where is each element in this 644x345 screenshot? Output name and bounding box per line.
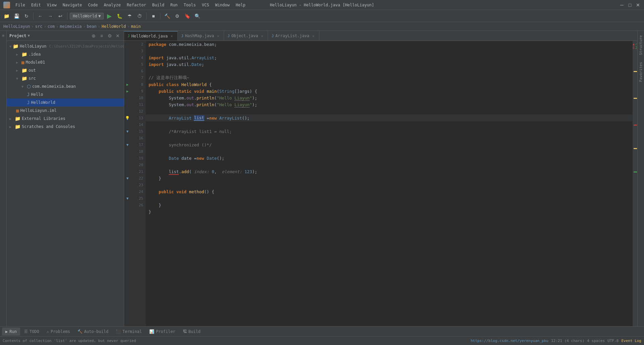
tree-item-src[interactable]: ▼ 📁 src — [7, 74, 124, 82]
breadcrumb-src[interactable]: src — [35, 24, 43, 29]
menu-help[interactable]: Help — [233, 2, 248, 8]
status-message: Contents of collection 'list' are update… — [3, 339, 136, 343]
menu-build[interactable]: Build — [150, 2, 167, 8]
bottom-tab-profiler[interactable]: 📊 Profiler — [146, 328, 179, 336]
menu-refactor[interactable]: Refactor — [124, 2, 149, 8]
breadcrumb-main[interactable]: main — [131, 24, 141, 29]
menu-window[interactable]: Window — [212, 2, 232, 8]
maximize-button[interactable]: □ — [627, 2, 633, 8]
bottom-tab-todo[interactable]: ☰ TODO — [21, 328, 43, 336]
tree-module01-label: Module01 — [25, 60, 45, 65]
menu-tools[interactable]: Tools — [181, 2, 199, 8]
tree-item-out[interactable]: ▶ 📁 out — [7, 66, 124, 74]
tree-item-scratches[interactable]: ▶ 📁 Scratches and Consoles — [7, 123, 124, 131]
fold-gutter-16[interactable]: ▼ — [124, 141, 131, 148]
breadcrumb-helloworld[interactable]: HelloWorld — [102, 24, 126, 29]
close-button[interactable]: ✕ — [635, 2, 641, 8]
project-locate-btn[interactable]: ⊕ — [90, 32, 97, 39]
tree-item-hello[interactable]: J Hello — [7, 90, 124, 98]
revert-button[interactable]: ↩ — [56, 12, 65, 20]
run-config-selector[interactable]: HelloWorld ▼ — [70, 13, 104, 19]
tab-object-close[interactable]: ✕ — [260, 33, 264, 38]
bottom-tab-run[interactable]: ▶ Run — [2, 328, 20, 336]
bottom-tab-build[interactable]: 🏗 Build — [179, 328, 204, 336]
tree-item-external-libs[interactable]: ▶ 📁 External Libraries — [7, 115, 124, 123]
run-button[interactable]: ▶ — [105, 12, 114, 20]
inspection-header[interactable]: ▲ 6 ✓ 2 — [633, 41, 637, 51]
run-gutter-class[interactable]: ▶ — [124, 81, 131, 88]
project-tool-icon[interactable]: ▣ — [1, 32, 6, 38]
tab-java-icon-4: J — [271, 34, 274, 38]
profile-button[interactable]: ⏱ — [135, 12, 144, 20]
mark-warn-2 — [634, 98, 637, 99]
tree-item-module01[interactable]: ▶ ▦ Module01 — [7, 58, 124, 66]
warn-gutter-list: 💡 — [124, 115, 131, 121]
structure-tool[interactable]: Structure — [638, 32, 644, 58]
refresh-button[interactable]: ↻ — [22, 12, 31, 20]
tree-item-iml[interactable]: ▦ HelloLiayun.iml — [7, 107, 124, 115]
tree-out-label: out — [29, 68, 36, 73]
project-collapse-btn[interactable]: ≡ — [98, 32, 105, 39]
toolbar-sep-3 — [146, 13, 147, 19]
bottom-tab-problems[interactable]: ⚠ Problems — [43, 328, 73, 336]
menu-analyze[interactable]: Analyze — [101, 2, 123, 8]
menu-code[interactable]: Code — [86, 2, 101, 8]
forward-button[interactable]: → — [46, 12, 55, 20]
tab-hashmap-close[interactable]: ✕ — [216, 33, 220, 38]
bottom-tab-terminal[interactable]: ⬛ Terminal — [112, 328, 145, 336]
project-dropdown-arrow[interactable]: ▼ — [28, 33, 30, 38]
settings-button[interactable]: ⚙ — [173, 12, 181, 20]
breadcrumb-project[interactable]: HelloLiayun — [3, 24, 30, 29]
menu-edit[interactable]: Edit — [29, 2, 44, 8]
bottom-tab-autobuild[interactable]: 🔨 Auto-build — [74, 328, 112, 336]
main-area: ▣ Project ▼ ⊕ ≡ ⚙ ✕ ▼ 📁 HelloLiayun C:\U… — [0, 31, 644, 326]
breadcrumb-bean[interactable]: bean — [87, 24, 97, 29]
run-tab-icon: ▶ — [5, 329, 8, 334]
tab-arraylist[interactable]: J ArrayList.java ✕ — [268, 31, 319, 41]
build-button[interactable]: 🔨 — [163, 12, 171, 20]
editor-area[interactable]: ▶ ▶ 💡 ▼ ▼ ▼ ▼ — [124, 41, 637, 326]
code-line-15: /*ArrayList list1 = null; — [146, 128, 633, 135]
tab-arraylist-close[interactable]: ✕ — [311, 33, 316, 38]
fold-gutter-21[interactable]: ▼ — [124, 175, 131, 182]
project-settings-btn[interactable]: ⚙ — [106, 32, 113, 39]
menu-view[interactable]: View — [44, 2, 59, 8]
run-gutter-main[interactable]: ▶ — [124, 88, 131, 94]
debug-button[interactable]: 🐛 — [115, 12, 124, 20]
back-button[interactable]: ← — [36, 12, 45, 20]
project-close-btn[interactable]: ✕ — [114, 32, 121, 39]
code-line-8: public class HelloWorld { — [146, 81, 633, 88]
code-editor[interactable]: package com.meimeixia.bean; import java.… — [146, 41, 633, 326]
save-button[interactable]: 💾 — [12, 12, 21, 20]
code-line-14 — [146, 121, 633, 128]
project-title: Project ▼ — [9, 33, 30, 38]
breadcrumb-com[interactable]: com — [48, 24, 55, 29]
event-log-btn[interactable]: Event Log — [621, 339, 641, 343]
tree-item-root[interactable]: ▼ 📁 HelloLiayun C:\Users\32120\IdeaProje… — [7, 42, 124, 50]
minimize-button[interactable]: ─ — [619, 2, 625, 8]
menu-vcs[interactable]: VCS — [199, 2, 212, 8]
run-config-label: HelloWorld — [73, 14, 97, 18]
tab-helloworld[interactable]: J HelloWorld.java ✕ — [124, 31, 178, 41]
search-button[interactable]: 🔍 — [193, 12, 202, 20]
menu-navigate[interactable]: Navigate — [60, 2, 85, 8]
menu-run[interactable]: Run — [168, 2, 180, 8]
coverage-button[interactable]: ☂ — [125, 12, 134, 20]
menu-file[interactable]: File — [13, 2, 28, 8]
tree-item-idea[interactable]: ▶ 📁 .idea — [7, 50, 124, 58]
tree-item-helloworld[interactable]: J HelloWorld — [7, 98, 124, 107]
tab-object[interactable]: J Object.java ✕ — [224, 31, 268, 41]
code-line-23 — [146, 182, 633, 188]
fold-gutter-23[interactable]: ▼ — [124, 195, 131, 202]
tab-hashmap[interactable]: J HashMap.java ✕ — [178, 31, 224, 41]
status-link[interactable]: https://blog.csdn.net/yerenyuan_pku — [471, 339, 548, 343]
breadcrumb-meimeixia[interactable]: meimeixia — [60, 24, 82, 29]
mark-ok-1 — [634, 171, 637, 172]
stop-button[interactable]: ■ — [149, 12, 158, 20]
favorites-tool[interactable]: Favorites — [638, 59, 644, 85]
fold-gutter-14[interactable]: ▼ — [124, 128, 131, 135]
tab-helloworld-close[interactable]: ✕ — [169, 34, 174, 39]
open-button[interactable]: 📁 — [2, 12, 11, 20]
tree-item-package[interactable]: ▼ ⬡ com.meimeixia.bean — [7, 82, 124, 90]
bookmark-button[interactable]: 🔖 — [183, 12, 192, 20]
